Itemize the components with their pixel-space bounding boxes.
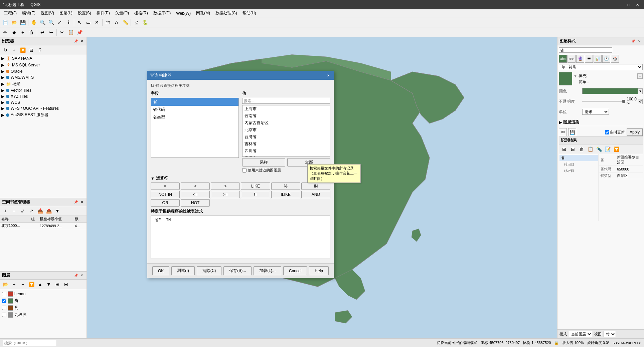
op-not[interactable]: NOT [181, 199, 210, 207]
value-item-jilin[interactable]: 吉林省 [243, 140, 330, 147]
id-filter[interactable]: 🔽 [612, 145, 620, 153]
bm-zoom[interactable]: ⤢ [19, 207, 27, 215]
bm-col-group[interactable]: 组 [30, 216, 38, 223]
status-edit-mode[interactable]: 切换当前图层的编辑模式 [437, 340, 477, 345]
dialog-close-button[interactable]: ✕ [326, 73, 331, 78]
bm-move[interactable]: ↗ [27, 207, 35, 215]
ly-expand[interactable]: ⊞ [53, 280, 61, 288]
tb-label[interactable]: A [113, 18, 121, 26]
style-model-select[interactable]: 当前图层 [569, 331, 592, 337]
tree-item-vector-tiles[interactable]: ▶ Vector Tiles [0, 87, 87, 93]
help-button[interactable]: Help [309, 266, 329, 275]
style-type-icon-clock[interactable]: 🕐 [602, 55, 610, 63]
op-pct[interactable]: % [271, 183, 300, 190]
layer-item-province[interactable]: 省 [1, 297, 85, 304]
search-input[interactable] [3, 340, 56, 346]
ly-collapse[interactable]: ⊟ [62, 280, 70, 288]
tb-measure[interactable]: 📏 [121, 18, 129, 26]
layer-check-province[interactable] [2, 299, 6, 303]
cancel-button[interactable]: Cancel [283, 266, 307, 275]
ly-open[interactable]: 📂 [1, 280, 9, 288]
style-type-icon-abc[interactable]: abc [559, 55, 567, 63]
op-in[interactable]: IN [301, 183, 330, 190]
tree-item-wms[interactable]: ▶ WMS/WMTS [0, 74, 87, 80]
ly-up[interactable]: ▲ [36, 280, 44, 288]
field-item-province-type[interactable]: 省类型 [151, 113, 238, 121]
value-item-innermongolia[interactable]: 内蒙古自治区 [243, 119, 330, 126]
tb-digitize[interactable]: + [19, 28, 27, 36]
value-item-tianjin[interactable]: 天津市 [243, 154, 330, 157]
tb-zoom-extent[interactable]: ⤢ [56, 18, 64, 26]
tb-new[interactable]: 📄 [1, 18, 9, 26]
layers-pin[interactable]: 📌 [73, 273, 78, 278]
style-type-select[interactable]: 单一符号 分类符号 渐变色 [559, 64, 643, 70]
bm-col-ymin[interactable]: 纵... [73, 216, 87, 223]
tb-paste[interactable]: 📌 [75, 28, 84, 36]
tree-item-arcgis[interactable]: ▶ ArcGIS REST 服务器 [0, 111, 87, 118]
minimize-button[interactable]: — [616, 1, 624, 8]
values-search-input[interactable] [242, 98, 330, 104]
browser-pin[interactable]: 📌 [73, 39, 78, 44]
bm-row[interactable]: 北京1000... 12789499.2... 4... [0, 223, 87, 229]
tb-python[interactable]: 🐍 [141, 18, 149, 26]
map-area[interactable]: 查询构建器 ✕ 找 省 设置提供程序过滤 字段 省 省代码 省类型 值 [87, 37, 557, 338]
style-fill-add[interactable]: + [637, 73, 643, 79]
tree-item-scene[interactable]: ▶ 📁 场景 [0, 80, 87, 87]
id-tree-actions[interactable]: (动作) [559, 167, 598, 174]
style-unit-select[interactable]: 毫米 像素 [582, 109, 609, 115]
value-item-beijing[interactable]: 北京市 [243, 126, 330, 133]
style-realtime-check[interactable] [605, 130, 609, 134]
op-lte[interactable]: <= [181, 191, 210, 198]
style-layer-input[interactable] [559, 47, 612, 53]
menu-project[interactable]: 工程(J) [1, 10, 19, 17]
style-color-picker[interactable]: ▾ [638, 88, 643, 94]
bookmarks-close[interactable]: ✕ [79, 200, 85, 205]
op-like[interactable]: LIKE [241, 183, 270, 190]
bm-export[interactable]: 📤 [45, 207, 53, 215]
value-item-sichuan[interactable]: 四川省 [243, 147, 330, 154]
operators-expand[interactable]: ▼ [151, 176, 155, 181]
ly-filter[interactable]: 🔽 [27, 280, 35, 288]
menu-view[interactable]: 视图(V) [38, 10, 57, 17]
op-gt[interactable]: > [211, 183, 240, 190]
browser-add[interactable]: + [10, 46, 18, 54]
style-opacity-slider[interactable] [582, 101, 625, 102]
browser-refresh[interactable]: ↻ [1, 46, 9, 54]
menu-plugins[interactable]: 插件(P) [94, 10, 113, 17]
use-unfiltered-check[interactable] [242, 168, 247, 172]
browser-close[interactable]: ✕ [79, 39, 85, 44]
tb-select-rect[interactable]: ▭ [84, 18, 92, 26]
tb-open[interactable]: 📂 [10, 18, 18, 26]
value-item-shanghai[interactable]: 上海市 [243, 105, 330, 112]
ly-add[interactable]: + [10, 280, 18, 288]
browser-filter[interactable]: 🔽 [19, 46, 27, 54]
maximize-button[interactable]: □ [625, 1, 633, 8]
bookmarks-pin[interactable]: 📌 [73, 200, 78, 205]
style-type-icon-chart[interactable]: 📊 [594, 55, 602, 63]
style-color-bar[interactable] [582, 88, 638, 94]
value-item-taiwan[interactable]: 台湾省 [243, 133, 330, 140]
op-or[interactable]: OR [151, 199, 180, 207]
field-item-province-code[interactable]: 省代码 [151, 106, 238, 113]
op-ilike[interactable]: ILIKE [271, 191, 300, 198]
menu-layer[interactable]: 图层(L) [57, 10, 75, 17]
tb-zoom-out[interactable]: 🔍 [47, 18, 55, 26]
bm-del[interactable]: − [10, 207, 18, 215]
menu-database[interactable]: 数据库(D) [151, 10, 174, 17]
tb-zoom-in[interactable]: 🔍 [38, 18, 46, 26]
filter-textarea[interactable]: "省" IN [151, 216, 330, 259]
menu-raster[interactable]: 栅格(R) [132, 10, 151, 17]
tb-pan[interactable]: ✋ [30, 18, 38, 26]
id-tree-province[interactable]: 省 [559, 155, 598, 161]
menu-help[interactable]: 帮助(H) [240, 10, 259, 17]
tb-edit-node[interactable]: ◆ [10, 28, 18, 36]
style-type-icon-3d[interactable]: 🎲 [611, 55, 619, 63]
layer-item-ninedash[interactable]: 九段线 [1, 311, 85, 318]
tree-item-sap[interactable]: ▶ 🗄 SAP HANA [0, 55, 87, 62]
ok-button[interactable]: OK [152, 266, 169, 275]
ly-remove[interactable]: − [19, 280, 27, 288]
id-highlight[interactable]: 🔦 [595, 145, 603, 153]
tb-edit-pencil[interactable]: ✏ [1, 28, 9, 36]
bm-col-name[interactable]: 名称 [0, 216, 30, 223]
op-lt[interactable]: < [181, 183, 210, 190]
